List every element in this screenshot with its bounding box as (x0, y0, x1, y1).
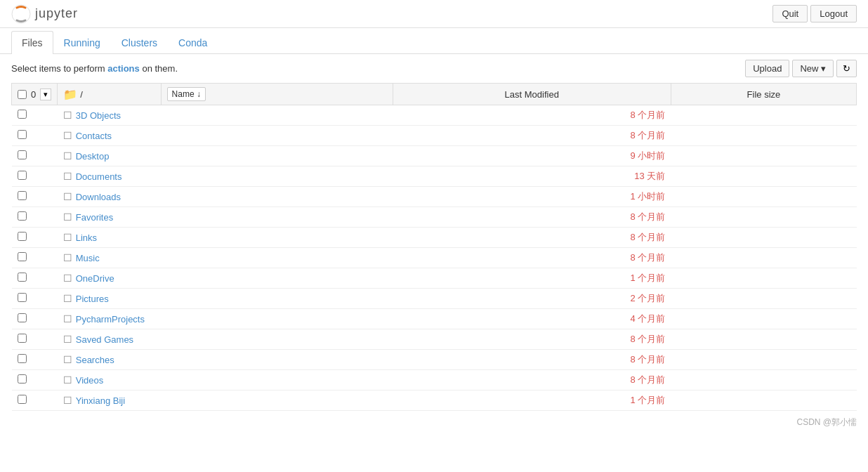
folder-link[interactable]: ☐ Videos (63, 374, 387, 386)
row-checkbox[interactable] (18, 293, 27, 302)
row-checkbox[interactable] (18, 211, 27, 221)
row-modified: 1 个月前 (393, 268, 671, 289)
row-checkbox-cell (12, 370, 58, 391)
tab-running[interactable]: Running (53, 31, 111, 54)
row-checkbox-cell (12, 126, 58, 146)
folder-icon: ☐ (63, 334, 72, 345)
row-name-cell: ☐ Searches (58, 350, 393, 370)
row-size (671, 146, 856, 166)
folder-link[interactable]: ☐ Downloads (63, 191, 387, 202)
name-sort-label: Name ↓ (172, 89, 201, 99)
folder-link[interactable]: ☐ Yinxiang Biji (63, 395, 387, 406)
tab-conda[interactable]: Conda (168, 31, 218, 54)
row-checkbox[interactable] (18, 395, 27, 404)
folder-icon: ☐ (63, 354, 72, 365)
row-modified: 13 天前 (393, 166, 671, 187)
folder-link[interactable]: ☐ OneDrive (63, 273, 387, 284)
table-row: ☐ Desktop 9 小时前 (12, 146, 857, 166)
row-checkbox[interactable] (18, 252, 27, 261)
table-row: ☐ Videos 8 个月前 (12, 370, 857, 391)
row-checkbox-cell (12, 391, 58, 411)
folder-name: OneDrive (76, 273, 114, 284)
breadcrumb: 📁 / (63, 88, 154, 101)
row-name-cell: ☐ PycharmProjects (58, 309, 393, 329)
folder-link[interactable]: ☐ 3D Objects (63, 110, 387, 121)
select-all-checkbox[interactable] (18, 90, 27, 99)
row-checkbox-cell (12, 146, 58, 166)
row-checkbox[interactable] (18, 130, 27, 139)
row-checkbox-cell (12, 248, 58, 268)
folder-icon: ☐ (63, 293, 72, 304)
logo: jupyter (11, 4, 78, 24)
folder-name: Yinxiang Biji (76, 395, 125, 406)
select-dropdown[interactable]: ▾ (40, 88, 51, 100)
row-modified: 8 个月前 (393, 207, 671, 228)
folder-link[interactable]: ☐ Contacts (63, 130, 387, 141)
folder-name: Contacts (76, 131, 112, 141)
refresh-icon: ↻ (843, 63, 850, 74)
table-row: ☐ Yinxiang Biji 1 个月前 (12, 391, 857, 411)
row-checkbox-cell (12, 309, 58, 329)
folder-link[interactable]: ☐ Links (63, 232, 387, 243)
row-size (671, 289, 856, 309)
folder-icon: ☐ (63, 395, 72, 406)
folder-link[interactable]: ☐ Saved Games (63, 334, 387, 345)
row-name-cell: ☐ Yinxiang Biji (58, 391, 393, 411)
row-size (671, 248, 856, 268)
row-modified: 1 个月前 (393, 391, 671, 411)
folder-name: Documents (76, 171, 122, 182)
row-size (671, 126, 856, 146)
folder-link[interactable]: ☐ Documents (63, 171, 387, 182)
row-name-cell: ☐ Downloads (58, 187, 393, 207)
upload-button[interactable]: Upload (745, 60, 789, 77)
logout-button[interactable]: Logout (810, 5, 857, 22)
row-size (671, 309, 856, 329)
folder-icon: ☐ (63, 232, 72, 243)
folder-link[interactable]: ☐ Desktop (63, 150, 387, 162)
row-checkbox[interactable] (18, 273, 27, 282)
folder-link[interactable]: ☐ Music (63, 252, 387, 263)
row-checkbox[interactable] (18, 232, 27, 241)
watermark: CSDN @郭小懦 (0, 411, 868, 434)
tab-clusters[interactable]: Clusters (111, 31, 168, 54)
breadcrumb-cell: 📁 / (58, 84, 161, 105)
folder-link[interactable]: ☐ Searches (63, 354, 387, 365)
tab-files[interactable]: Files (11, 31, 53, 54)
folder-icon: ☐ (63, 273, 72, 284)
row-checkbox[interactable] (18, 110, 27, 119)
folder-name: PycharmProjects (76, 314, 145, 324)
folder-link[interactable]: ☐ Pictures (63, 293, 387, 304)
row-size (671, 329, 856, 350)
row-name-cell: ☐ Contacts (58, 126, 393, 146)
row-size (671, 370, 856, 391)
folder-icon: ☐ (63, 150, 72, 162)
row-checkbox[interactable] (18, 354, 27, 363)
quit-button[interactable]: Quit (772, 5, 808, 22)
row-checkbox[interactable] (18, 313, 27, 322)
folder-link[interactable]: ☐ PycharmProjects (63, 313, 387, 324)
toolbar: Select items to perform actions on them.… (0, 54, 868, 83)
file-size-header: File size (671, 84, 856, 105)
name-sort-button[interactable]: Name ↓ (167, 87, 206, 101)
row-name-cell: ☐ Documents (58, 166, 393, 187)
row-checkbox[interactable] (18, 150, 27, 159)
row-modified: 1 小时前 (393, 187, 671, 207)
folder-icon: ☐ (63, 171, 72, 182)
row-modified: 8 个月前 (393, 370, 671, 391)
folder-name: 3D Objects (76, 110, 121, 121)
row-name-cell: ☐ Favorites (58, 207, 393, 228)
table-row: ☐ Links 8 个月前 (12, 228, 857, 248)
row-checkbox[interactable] (18, 171, 27, 180)
refresh-button[interactable]: ↻ (836, 60, 857, 77)
table-row: ☐ Documents 13 天前 (12, 166, 857, 187)
logo-text: jupyter (35, 6, 78, 21)
row-checkbox[interactable] (18, 191, 27, 200)
row-checkbox[interactable] (18, 374, 27, 383)
table-row: ☐ Favorites 8 个月前 (12, 207, 857, 228)
row-modified: 4 个月前 (393, 309, 671, 329)
new-button[interactable]: New ▾ (792, 60, 834, 77)
row-modified: 8 个月前 (393, 350, 671, 370)
row-checkbox[interactable] (18, 334, 27, 343)
folder-link[interactable]: ☐ Favorites (63, 211, 387, 223)
header-buttons: Quit Logout (772, 5, 857, 22)
